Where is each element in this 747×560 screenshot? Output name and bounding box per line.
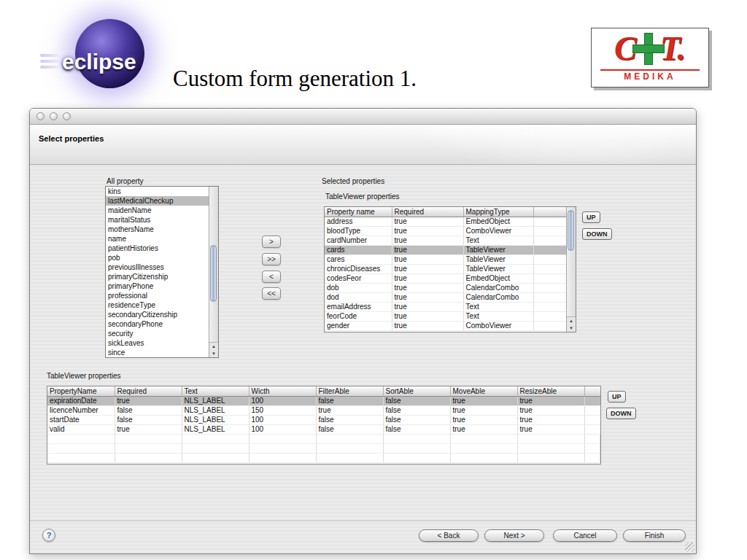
table-cell: Text <box>463 302 533 311</box>
list-item[interactable]: name <box>106 234 209 244</box>
selected-properties-table[interactable]: Property nameRequiredMappingTypeaddresst… <box>324 206 576 332</box>
table-cell: licenceNumber <box>47 405 115 415</box>
list-item[interactable]: primaryCitizenship <box>106 272 209 281</box>
scroll-down-icon[interactable]: ▼ <box>567 324 576 332</box>
detail-table[interactable]: PropertyNameRequiredTextWicthFilterAbleS… <box>47 386 601 464</box>
table-row[interactable]: bloodTypetrueComboViewer <box>325 226 566 236</box>
table-row[interactable]: cardNumbertrueText <box>325 236 566 245</box>
list-item[interactable]: mothersName <box>106 225 209 234</box>
selected-up-button[interactable]: UP <box>582 211 600 223</box>
add-button[interactable]: > <box>262 236 281 248</box>
detail-up-button[interactable]: UP <box>608 391 626 402</box>
table-cell: NLS_LABEL <box>182 415 249 424</box>
list-item[interactable]: primaryPhone <box>106 281 209 291</box>
table-cell: NLS_LABEL <box>182 396 249 405</box>
table-row[interactable]: emailAddresstrueText <box>325 302 566 311</box>
zoom-icon[interactable] <box>63 112 71 120</box>
cell-filler <box>533 292 566 302</box>
column-header[interactable]: MappingType <box>463 207 533 217</box>
table-row[interactable]: expirationDatetrueNLS_LABEL100falsefalse… <box>47 396 600 405</box>
list-scrollbar[interactable]: ▲ ▼ <box>209 187 218 357</box>
scroll-down-icon[interactable]: ▼ <box>209 350 218 357</box>
minimize-icon[interactable] <box>50 112 58 120</box>
table-row[interactable]: validtrueNLS_LABEL100falsefalsetruetrue <box>47 424 600 434</box>
list-item[interactable]: maritalStatus <box>106 215 209 225</box>
table-cell: TableViewer <box>463 264 533 273</box>
table-row[interactable]: dodtrueCalendarCombo <box>325 292 566 302</box>
list-items: kinslastMedicalCheckupmaidenNamemaritalS… <box>106 187 209 357</box>
scroll-up-icon[interactable]: ▲ <box>209 343 218 350</box>
list-item[interactable]: secondaryCitizenship <box>106 310 209 319</box>
list-item[interactable]: kins <box>106 187 209 196</box>
list-item[interactable]: maidenName <box>106 206 209 215</box>
all-property-list[interactable]: kinslastMedicalCheckupmaidenNamemaritalS… <box>105 186 219 358</box>
table-scrollbar[interactable]: ▲ ▼ <box>566 207 576 332</box>
column-header[interactable]: FilterAble <box>316 386 383 396</box>
column-header[interactable]: Required <box>392 207 463 217</box>
list-item[interactable]: sickLeaves <box>106 338 209 348</box>
table-cell: true <box>392 283 463 292</box>
detail-down-button[interactable]: DOWN <box>606 408 636 419</box>
column-header[interactable]: Wicth <box>249 386 316 396</box>
table-cell: gender <box>325 321 392 330</box>
table-row[interactable]: cardstrueTableViewer <box>325 245 566 254</box>
table-row[interactable]: feorCodetrueText <box>325 311 566 321</box>
list-item[interactable]: lastMedicalCheckup <box>106 196 209 206</box>
column-header[interactable]: SortAble <box>383 386 450 396</box>
cancel-button[interactable]: Cancel <box>553 529 617 542</box>
list-item[interactable]: residenceType <box>106 300 209 310</box>
back-button[interactable]: < Back <box>419 529 479 542</box>
close-icon[interactable] <box>36 112 44 120</box>
medika-logo-row: C T. <box>592 30 708 68</box>
table-row[interactable]: gendertrueComboViewer <box>325 321 566 330</box>
window-titlebar[interactable] <box>30 109 696 125</box>
selected-down-button[interactable]: DOWN <box>582 228 612 240</box>
table-row[interactable]: licenceNumberfalseNLS_LABEL150truefalset… <box>47 405 600 415</box>
table-cell: cares <box>325 254 392 264</box>
detail-table-label: TableViewer properties <box>47 372 121 380</box>
scrollbar-thumb[interactable] <box>568 210 574 251</box>
medika-letter-t: T. <box>660 32 686 66</box>
table-row[interactable]: chronicDiseasestrueTableViewer <box>325 264 566 273</box>
list-item[interactable]: professional <box>106 291 209 300</box>
help-button[interactable]: ? <box>42 529 55 542</box>
table-cell: true <box>517 405 584 415</box>
table-row[interactable]: codesFeortrueEmbedObject <box>325 273 566 283</box>
list-item[interactable]: security <box>106 329 209 338</box>
table-row[interactable]: dobtrueCalendarCombo <box>325 283 566 292</box>
selected-properties-table-area: Property nameRequiredMappingTypeaddresst… <box>325 207 566 332</box>
table-row[interactable]: carestrueTableViewer <box>325 254 566 264</box>
table-cell: true <box>392 321 463 330</box>
column-header[interactable]: Text <box>182 386 249 396</box>
table-cell: bloodType <box>325 226 392 236</box>
table-row[interactable]: startDatefalseNLS_LABEL100falsefalsetrue… <box>47 415 600 424</box>
detail-table-area: PropertyNameRequiredTextWicthFilterAbleS… <box>47 386 600 464</box>
column-header[interactable]: ResizeAble <box>517 386 584 396</box>
cell-filler <box>533 302 566 311</box>
table-cell: false <box>383 405 450 415</box>
column-header[interactable]: PropertyName <box>47 386 115 396</box>
cell-filler <box>533 226 566 236</box>
column-header[interactable]: MoveAble <box>450 386 517 396</box>
list-item[interactable]: since <box>106 348 209 357</box>
finish-button[interactable]: Finish <box>623 529 686 542</box>
list-item[interactable]: secondaryPhone <box>106 319 209 329</box>
table-cell: false <box>383 415 450 424</box>
table-row[interactable]: addresstrueEmbedObject <box>325 217 566 226</box>
add-all-button[interactable]: >> <box>262 253 281 265</box>
next-button[interactable]: Next > <box>484 529 544 542</box>
scroll-up-icon[interactable]: ▲ <box>567 317 576 324</box>
list-item[interactable]: pob <box>106 253 209 262</box>
scrollbar-arrows: ▲ ▼ <box>567 316 576 332</box>
scrollbar-thumb[interactable] <box>210 245 217 302</box>
column-header[interactable]: Required <box>115 386 182 396</box>
list-item[interactable]: patientHistories <box>106 244 209 253</box>
list-item[interactable]: previousIllnesses <box>106 262 209 272</box>
table-cell: emailAddress <box>325 302 392 311</box>
remove-button[interactable]: < <box>262 271 281 283</box>
resize-grip-icon[interactable] <box>685 542 694 552</box>
table-cell: 100 <box>249 396 316 405</box>
remove-all-button[interactable]: << <box>262 287 281 300</box>
column-header[interactable]: Property name <box>325 207 392 217</box>
table-cell: dod <box>325 292 392 302</box>
